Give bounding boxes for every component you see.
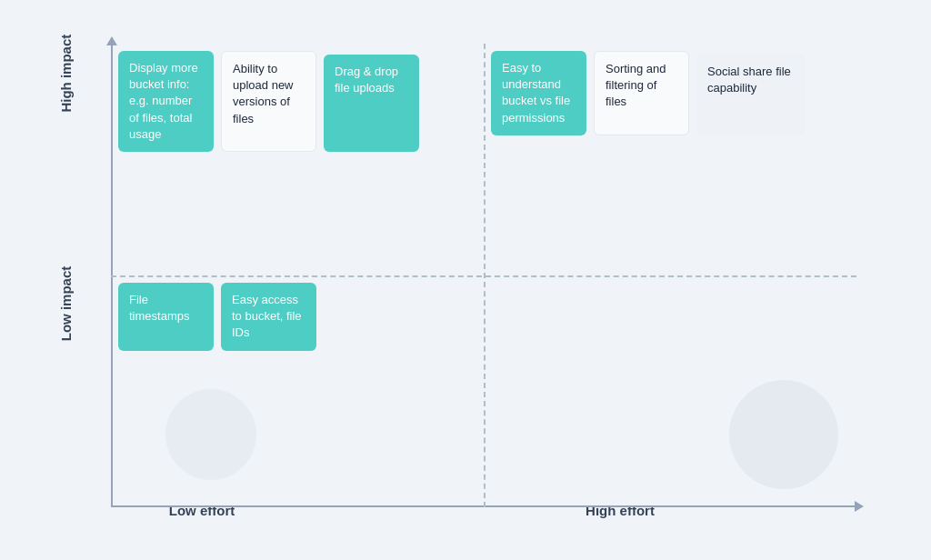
priority-matrix: High impact Low impact Low effort High e… (56, 25, 875, 535)
quadrant-top-right: Easy to understand bucket vs file permis… (484, 44, 856, 275)
card-sorting-filtering: Sorting and filtering of files (594, 51, 689, 135)
y-axis-low-label: Low impact (58, 266, 74, 342)
corner-decor-bottom-right (729, 380, 838, 489)
quadrant-top-left: Display more bucket info: e.g. number of… (111, 44, 484, 275)
card-social-share: Social share file capability (696, 55, 806, 135)
card-display-bucket-info: Display more bucket info: e.g. number of… (118, 51, 214, 152)
card-easy-access: Easy access to bucket, file IDs (221, 283, 316, 351)
card-bucket-permissions: Easy to understand bucket vs file permis… (491, 51, 586, 135)
card-upload-versions: Ability to upload new versions of files (221, 51, 316, 152)
y-axis-high-label: High impact (58, 35, 74, 113)
quadrant-bottom-left: File timestamps Easy access to bucket, f… (111, 275, 484, 507)
card-file-timestamps: File timestamps (118, 283, 214, 351)
quadrant-bottom-right (484, 275, 856, 507)
chart-area: Display more bucket info: e.g. number of… (111, 44, 856, 507)
corner-decor-bottom-left (165, 389, 256, 480)
card-drag-drop: Drag & drop file uploads (324, 55, 419, 152)
